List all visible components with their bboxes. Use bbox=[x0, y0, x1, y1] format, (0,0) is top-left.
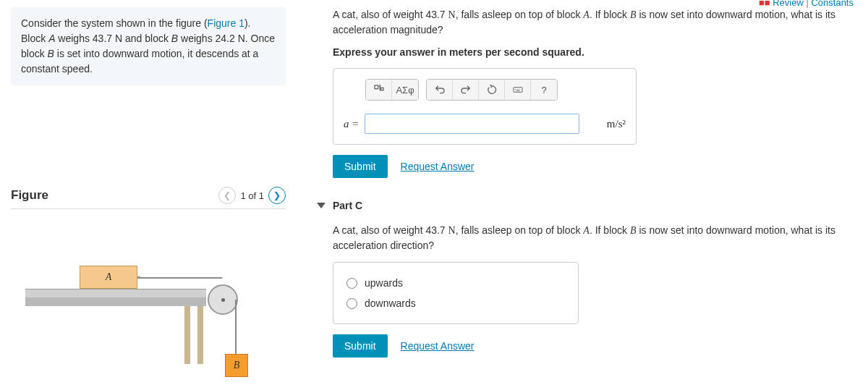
var-B: B bbox=[171, 33, 178, 44]
option-downwards-radio[interactable] bbox=[346, 298, 357, 309]
figure-link[interactable]: Figure 1 bbox=[208, 17, 244, 29]
figure-next-button[interactable]: ❯ bbox=[268, 187, 286, 204]
problem-text-7: is set into downward motion, it descends… bbox=[21, 48, 258, 75]
figure-diagram: A B bbox=[11, 245, 286, 368]
svg-rect-1 bbox=[380, 88, 383, 90]
greek-button[interactable]: ΑΣφ bbox=[392, 80, 418, 100]
submit-button-partB[interactable]: Submit bbox=[333, 155, 388, 178]
keyboard-button[interactable] bbox=[505, 80, 531, 100]
partC-options: upwards downwards bbox=[333, 262, 579, 324]
request-answer-link-partC[interactable]: Request Answer bbox=[401, 340, 475, 352]
answer-box: ΑΣφ ? a = m/s² bbox=[333, 68, 637, 145]
figure-nav: ❮ 1 of 1 ❯ bbox=[218, 187, 286, 204]
option-upwards-radio[interactable] bbox=[346, 278, 357, 289]
svg-point-5 bbox=[519, 89, 519, 90]
request-answer-link-partB[interactable]: Request Answer bbox=[401, 161, 475, 172]
answer-input[interactable] bbox=[365, 114, 579, 134]
problem-text-3: weighs 43.7 bbox=[55, 33, 115, 44]
option-upwards-label: upwards bbox=[365, 277, 403, 289]
figure-prev-button: ❮ bbox=[218, 187, 236, 204]
top-links: ■■ Review | Constants bbox=[759, 0, 854, 8]
option-downwards-label: downwards bbox=[365, 297, 416, 309]
svg-rect-2 bbox=[514, 88, 522, 93]
unit-N2: N bbox=[238, 33, 245, 44]
svg-rect-0 bbox=[375, 85, 378, 89]
svg-point-4 bbox=[516, 89, 517, 90]
svg-point-3 bbox=[515, 89, 516, 90]
reset-button[interactable] bbox=[479, 80, 505, 100]
problem-text-4: and block bbox=[122, 33, 171, 44]
block-B: B bbox=[225, 354, 248, 377]
figure-count: 1 of 1 bbox=[240, 190, 264, 201]
block-A: A bbox=[80, 266, 137, 289]
problem-text-5: weighs 24.2 bbox=[178, 33, 238, 44]
help-button[interactable]: ? bbox=[531, 80, 557, 100]
svg-rect-6 bbox=[516, 90, 519, 91]
undo-button[interactable] bbox=[427, 80, 453, 100]
template-button[interactable] bbox=[366, 80, 392, 100]
constants-link[interactable]: Constants bbox=[811, 0, 854, 8]
answer-var-label: a = bbox=[344, 118, 359, 130]
partB-question: A cat, also of weight 43.7 N, falls asle… bbox=[333, 7, 846, 38]
partC-title: Part C bbox=[333, 200, 362, 211]
var-B2: B bbox=[48, 48, 54, 59]
figure-title: Figure bbox=[11, 188, 48, 203]
problem-text-1: Consider the system shown in the figure … bbox=[21, 17, 208, 29]
partB-instruction: Express your answer in meters per second… bbox=[333, 46, 846, 58]
partC-question: A cat, also of weight 43.7 N, falls asle… bbox=[333, 223, 846, 253]
unit-N1: N bbox=[115, 33, 122, 44]
submit-button-partC[interactable]: Submit bbox=[333, 334, 388, 358]
problem-statement: Consider the system shown in the figure … bbox=[11, 7, 286, 85]
collapse-partC-icon[interactable] bbox=[317, 203, 326, 208]
answer-unit: m/s² bbox=[607, 118, 626, 130]
redo-button[interactable] bbox=[453, 80, 479, 100]
review-link[interactable]: Review bbox=[773, 0, 804, 8]
